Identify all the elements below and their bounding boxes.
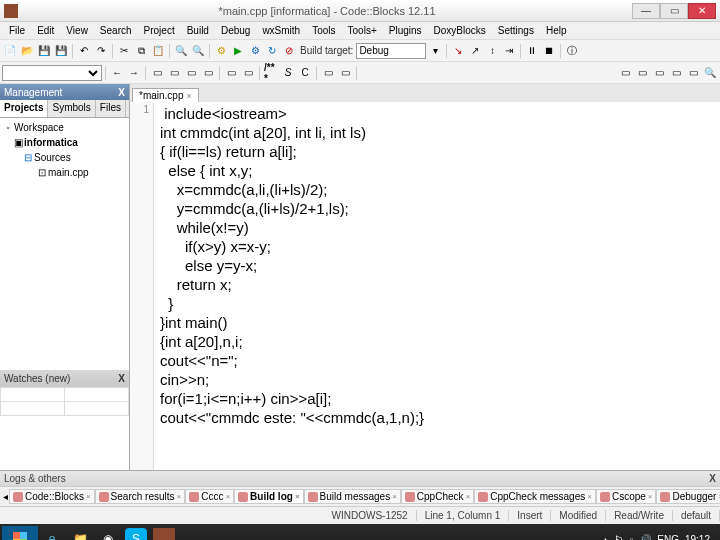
replace-icon[interactable]: 🔍 xyxy=(190,43,206,59)
task-chrome-icon[interactable]: ◉ xyxy=(94,526,122,540)
rebuild-icon[interactable]: ↻ xyxy=(264,43,280,59)
menu-edit[interactable]: Edit xyxy=(32,24,59,37)
debug-pause-icon[interactable]: ⏸ xyxy=(524,43,540,59)
task-codeblocks-icon[interactable] xyxy=(153,528,175,540)
paste-icon[interactable]: 📋 xyxy=(150,43,166,59)
bottom-tab-debugger[interactable]: Debugger× xyxy=(656,489,720,504)
tab-close-icon[interactable]: × xyxy=(466,492,471,501)
sidebar-tab-projects[interactable]: Projects xyxy=(0,100,48,117)
s-icon[interactable]: S xyxy=(280,65,296,81)
scope-dropdown[interactable] xyxy=(2,65,102,81)
tray-flag-icon[interactable]: 🏳 xyxy=(614,534,624,541)
build-icon[interactable]: ⚙ xyxy=(213,43,229,59)
tray-vol-icon[interactable]: 🔊 xyxy=(639,534,651,541)
bottom-tab-cppcheck[interactable]: CppCheck× xyxy=(401,489,474,504)
tree-workspace[interactable]: ◦Workspace xyxy=(2,120,127,135)
tray-net-icon[interactable]: ▫ xyxy=(630,534,634,541)
tb-icon-1[interactable]: ▭ xyxy=(149,65,165,81)
tab-close-icon[interactable]: × xyxy=(177,492,182,501)
bottom-tab-search-results[interactable]: Search results× xyxy=(95,489,186,504)
bottom-tab-build-log[interactable]: Build log× xyxy=(234,489,303,504)
tree-project[interactable]: ▣informatica xyxy=(2,135,127,150)
tab-close-icon[interactable]: × xyxy=(225,492,230,501)
minimize-button[interactable]: — xyxy=(632,3,660,19)
bottom-tab-build-messages[interactable]: Build messages× xyxy=(304,489,401,504)
task-skype-icon[interactable]: S xyxy=(125,528,147,540)
menu-debug[interactable]: Debug xyxy=(216,24,255,37)
menu-doxyblocks[interactable]: DoxyBlocks xyxy=(429,24,491,37)
tb-right-5[interactable]: ▭ xyxy=(685,65,701,81)
tab-close-icon[interactable]: × xyxy=(295,492,300,501)
menu-search[interactable]: Search xyxy=(95,24,137,37)
watches-close-icon[interactable]: X xyxy=(118,373,125,384)
search-icon[interactable]: 🔍 xyxy=(702,65,718,81)
save-all-icon[interactable]: 💾 xyxy=(53,43,69,59)
tab-close-icon[interactable]: × xyxy=(86,492,91,501)
debug-info-icon[interactable]: ⓘ xyxy=(564,43,580,59)
menu-wxsmith[interactable]: wxSmith xyxy=(257,24,305,37)
bottom-tab-cscope[interactable]: Cscope× xyxy=(596,489,657,504)
task-ie-icon[interactable]: e xyxy=(38,526,66,540)
debug-step4-icon[interactable]: ⇥ xyxy=(501,43,517,59)
watches-grid[interactable] xyxy=(0,386,129,470)
build-run-icon[interactable]: ⚙ xyxy=(247,43,263,59)
cut-icon[interactable]: ✂ xyxy=(116,43,132,59)
copy-icon[interactable]: ⧉ xyxy=(133,43,149,59)
bottom-tab-cccc[interactable]: Cccc× xyxy=(185,489,234,504)
find-icon[interactable]: 🔍 xyxy=(173,43,189,59)
new-file-icon[interactable]: 📄 xyxy=(2,43,18,59)
back-icon[interactable]: ← xyxy=(109,65,125,81)
menu-tools[interactable]: Tools xyxy=(307,24,340,37)
bottom-tab-code-blocks[interactable]: Code::Blocks× xyxy=(9,489,95,504)
start-button[interactable] xyxy=(2,526,38,540)
close-button[interactable]: ✕ xyxy=(688,3,716,19)
tb-icon-5[interactable]: ▭ xyxy=(223,65,239,81)
tb-icon-4[interactable]: ▭ xyxy=(200,65,216,81)
maximize-button[interactable]: ▭ xyxy=(660,3,688,19)
debug-step2-icon[interactable]: ↗ xyxy=(467,43,483,59)
menu-settings[interactable]: Settings xyxy=(493,24,539,37)
menu-build[interactable]: Build xyxy=(182,24,214,37)
c-icon[interactable]: C xyxy=(297,65,313,81)
menu-project[interactable]: Project xyxy=(139,24,180,37)
dropdown-icon[interactable]: ▾ xyxy=(427,43,443,59)
fwd-icon[interactable]: → xyxy=(126,65,142,81)
editor-tab-main[interactable]: *main.cpp × xyxy=(132,88,199,102)
tab-close-icon[interactable]: × xyxy=(186,91,191,101)
tab-close-icon[interactable]: × xyxy=(587,492,592,501)
logs-close-icon[interactable]: X xyxy=(709,473,716,484)
tray-lang[interactable]: ENG xyxy=(657,534,679,541)
tray-time[interactable]: 19:12 xyxy=(685,534,710,541)
tb-right-4[interactable]: ▭ xyxy=(668,65,684,81)
tray-up-icon[interactable]: ▴ xyxy=(603,534,608,541)
redo-icon[interactable]: ↷ xyxy=(93,43,109,59)
menu-view[interactable]: View xyxy=(61,24,93,37)
undo-icon[interactable]: ↶ xyxy=(76,43,92,59)
tb-icon-8[interactable]: ▭ xyxy=(320,65,336,81)
tb-right-2[interactable]: ▭ xyxy=(634,65,650,81)
task-explorer-icon[interactable]: 📁 xyxy=(66,526,94,540)
menu-help[interactable]: Help xyxy=(541,24,572,37)
menu-file[interactable]: File xyxy=(4,24,30,37)
tb-icon-3[interactable]: ▭ xyxy=(183,65,199,81)
tb-right-1[interactable]: ▭ xyxy=(617,65,633,81)
abort-icon[interactable]: ⊘ xyxy=(281,43,297,59)
debug-step3-icon[interactable]: ↕ xyxy=(484,43,500,59)
code-editor[interactable]: include<iostream> int cmmdc(int a[20], i… xyxy=(154,102,720,470)
bottom-tab-cppcheck-messages[interactable]: CppCheck messages× xyxy=(474,489,596,504)
tb-icon-2[interactable]: ▭ xyxy=(166,65,182,81)
tb-icon-9[interactable]: ▭ xyxy=(337,65,353,81)
management-close-icon[interactable]: X xyxy=(118,87,125,98)
menu-plugins[interactable]: Plugins xyxy=(384,24,427,37)
bottom-tabs-left[interactable]: ◂ xyxy=(2,489,9,505)
save-icon[interactable]: 💾 xyxy=(36,43,52,59)
tb-right-3[interactable]: ▭ xyxy=(651,65,667,81)
menu-tools+[interactable]: Tools+ xyxy=(343,24,382,37)
tab-close-icon[interactable]: × xyxy=(392,492,397,501)
tb-icon-6[interactable]: ▭ xyxy=(240,65,256,81)
tree-file-main[interactable]: ⊡main.cpp xyxy=(2,165,127,180)
sidebar-tab-files[interactable]: Files xyxy=(96,100,126,117)
debug-stop-icon[interactable]: ⏹ xyxy=(541,43,557,59)
sidebar-tab-symbols[interactable]: Symbols xyxy=(48,100,95,117)
open-icon[interactable]: 📂 xyxy=(19,43,35,59)
